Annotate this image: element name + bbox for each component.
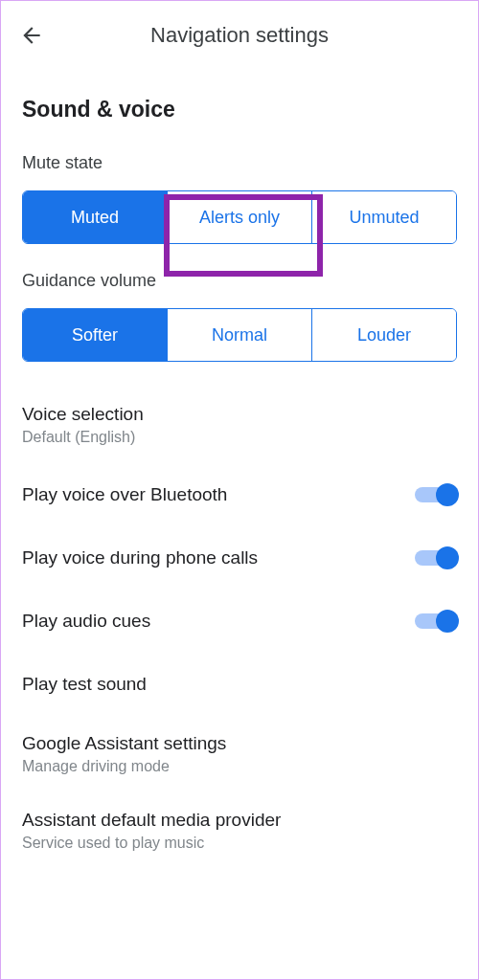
assistant-settings-row[interactable]: Google Assistant settings Manage driving… [1,716,478,792]
assistant-title: Google Assistant settings [22,733,457,754]
page-title: Navigation settings [18,23,461,48]
phonecalls-toggle-row: Play voice during phone calls [1,526,478,590]
media-provider-title: Assistant default media provider [22,810,457,831]
switch-thumb [436,546,459,569]
voice-selection-subtitle: Default (English) [22,429,457,446]
switch-thumb [436,483,459,506]
mute-state-label: Mute state [1,140,478,183]
segment-alerts-only[interactable]: Alerts only [168,191,312,243]
play-test-sound-label: Play test sound [22,674,457,695]
phonecalls-switch[interactable] [415,547,457,568]
segment-softer[interactable]: Softer [23,309,168,361]
voice-selection-row[interactable]: Voice selection Default (English) [1,387,478,463]
segment-normal[interactable]: Normal [168,309,312,361]
switch-thumb [436,610,459,633]
audiocues-switch[interactable] [415,611,457,632]
audiocues-toggle-row: Play audio cues [1,590,478,653]
voice-selection-title: Voice selection [22,404,457,425]
segment-muted[interactable]: Muted [23,191,168,243]
app-header: Navigation settings [1,1,478,70]
play-test-sound-row[interactable]: Play test sound [1,653,478,716]
media-provider-row[interactable]: Assistant default media provider Service… [1,792,478,869]
assistant-subtitle: Manage driving mode [22,758,457,775]
segment-unmuted[interactable]: Unmuted [312,191,456,243]
segment-louder[interactable]: Louder [312,309,456,361]
media-provider-subtitle: Service used to play music [22,835,457,852]
bluetooth-toggle-row: Play voice over Bluetooth [1,463,478,526]
section-sound-voice: Sound & voice [1,70,478,140]
audiocues-label: Play audio cues [22,611,150,632]
mute-state-segmented: Muted Alerts only Unmuted [22,190,457,244]
guidance-volume-segmented: Softer Normal Louder [22,308,457,362]
bluetooth-switch[interactable] [415,484,457,505]
phonecalls-label: Play voice during phone calls [22,547,258,568]
guidance-volume-label: Guidance volume [1,257,478,301]
bluetooth-label: Play voice over Bluetooth [22,484,227,505]
